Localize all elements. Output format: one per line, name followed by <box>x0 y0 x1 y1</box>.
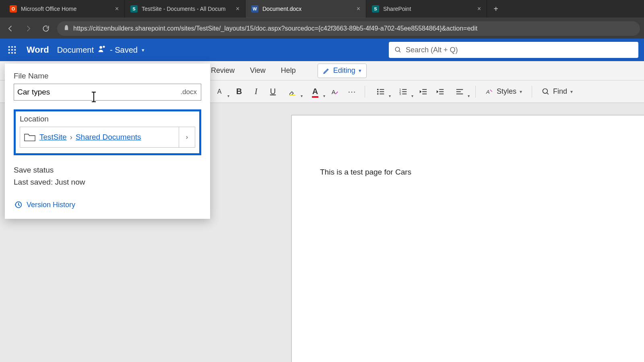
reload-button[interactable] <box>39 22 52 35</box>
svg-rect-12 <box>289 95 295 96</box>
saved-state: - Saved <box>110 45 138 55</box>
url-text: https://citizenbuilders.sharepoint.com/s… <box>73 25 477 32</box>
clear-formatting-button[interactable]: A <box>328 84 342 99</box>
svg-rect-3 <box>8 49 10 51</box>
save-status-label: Save status <box>14 166 201 175</box>
svg-rect-32 <box>456 89 463 90</box>
browser-tab-testsite[interactable]: S TestSite - Documents - All Docum × <box>125 0 246 18</box>
svg-rect-23 <box>402 91 407 92</box>
toolbar-divider <box>475 86 476 98</box>
tab-title: Document.docx <box>262 6 353 12</box>
breadcrumb-site-link[interactable]: TestSite <box>39 133 67 142</box>
browser-tabs-bar: O Microsoft Office Home × S TestSite - D… <box>0 0 644 18</box>
search-box[interactable]: Search (Alt + Q) <box>389 42 638 58</box>
styles-label: Styles <box>497 87 516 96</box>
svg-rect-28 <box>422 93 427 94</box>
svg-text:A: A <box>332 88 336 95</box>
svg-rect-15 <box>380 89 384 90</box>
svg-rect-33 <box>456 91 461 92</box>
arrow-left-icon <box>6 25 14 33</box>
filename-input[interactable] <box>14 84 176 100</box>
svg-rect-6 <box>8 52 10 54</box>
browser-tab-office[interactable]: O Microsoft Office Home × <box>4 0 125 18</box>
styles-icon: A <box>485 88 493 96</box>
location-row[interactable]: TestSite › Shared Documents › <box>20 127 195 148</box>
svg-point-9 <box>99 46 102 49</box>
chevron-down-icon: ▾ <box>142 47 144 53</box>
browser-tab-sharepoint[interactable]: S SharePoint × <box>366 0 487 18</box>
svg-rect-30 <box>439 91 444 92</box>
indent-icon <box>436 87 444 96</box>
bold-button[interactable]: B <box>232 84 246 99</box>
numbered-list-button[interactable]: 123 ▾ <box>393 84 413 99</box>
italic-button[interactable]: I <box>249 84 263 99</box>
chevron-down-icon: ▾ <box>411 94 413 98</box>
version-history-link[interactable]: Version History <box>14 200 201 209</box>
tab-title: TestSite - Documents - All Docum <box>142 6 232 12</box>
chevron-down-icon: ▾ <box>389 94 391 98</box>
chevron-down-icon: ▾ <box>468 94 470 98</box>
app-name[interactable]: Word <box>27 45 49 55</box>
svg-rect-5 <box>14 49 16 51</box>
highlight-color-button[interactable]: ▾ <box>283 84 303 99</box>
increase-indent-button[interactable] <box>433 84 447 99</box>
browser-tab-document[interactable]: W Document.docx × <box>246 0 366 18</box>
search-icon <box>542 88 550 96</box>
svg-point-10 <box>103 45 105 47</box>
version-history-label: Version History <box>27 201 75 209</box>
back-button[interactable] <box>4 22 17 35</box>
close-tab-icon[interactable]: × <box>357 5 360 12</box>
font-color-button[interactable]: A ▾ <box>305 84 325 99</box>
location-block-highlighted: Location TestSite › Shared Documents › <box>14 109 201 155</box>
tab-title: SharePoint <box>383 6 473 12</box>
tab-review[interactable]: Review <box>209 66 236 76</box>
bullet-list-icon <box>376 87 385 96</box>
document-canvas[interactable]: This is a test page for Cars <box>291 115 644 362</box>
history-icon <box>14 200 23 209</box>
app-launcher-button[interactable] <box>6 43 19 56</box>
font-size-control[interactable]: A▾ <box>209 84 229 99</box>
svg-text:3: 3 <box>399 92 401 96</box>
close-tab-icon[interactable]: × <box>477 5 481 12</box>
favicon-sharepoint-icon: S <box>372 5 379 12</box>
location-expand-button[interactable]: › <box>179 127 195 147</box>
document-title-dropdown[interactable]: Document - Saved ▾ <box>57 45 144 55</box>
editing-mode-button[interactable]: Editing ▾ <box>318 64 367 78</box>
address-field[interactable]: https://citizenbuilders.sharepoint.com/s… <box>57 21 640 36</box>
new-tab-button[interactable]: + <box>487 0 505 18</box>
favicon-office-icon: O <box>10 5 17 12</box>
svg-rect-19 <box>380 93 384 94</box>
find-button[interactable]: Find ▾ <box>538 84 577 99</box>
bullet-list-button[interactable]: ▾ <box>371 84 391 99</box>
close-tab-icon[interactable]: × <box>115 5 119 12</box>
svg-point-16 <box>377 91 379 93</box>
breadcrumb-separator-icon: › <box>70 133 72 142</box>
shared-icon <box>98 45 106 55</box>
highlighter-icon <box>288 87 297 96</box>
svg-rect-7 <box>11 52 13 54</box>
more-formatting-button[interactable]: ⋯ <box>345 84 359 99</box>
browser-address-bar: https://citizenbuilders.sharepoint.com/s… <box>0 18 644 39</box>
align-left-icon <box>455 87 464 96</box>
filename-label: File Name <box>14 72 201 80</box>
close-tab-icon[interactable]: × <box>236 5 239 12</box>
outdent-icon <box>419 87 427 96</box>
underline-button[interactable]: U <box>266 84 280 99</box>
styles-button[interactable]: A Styles ▾ <box>481 84 526 99</box>
svg-rect-8 <box>14 52 16 54</box>
svg-rect-31 <box>439 93 444 94</box>
decrease-indent-button[interactable] <box>416 84 430 99</box>
toolbar-divider <box>365 86 365 98</box>
svg-rect-2 <box>14 46 16 48</box>
favicon-sharepoint-icon: S <box>130 5 138 12</box>
favicon-word-icon: W <box>251 5 258 12</box>
svg-point-18 <box>377 93 379 95</box>
svg-rect-1 <box>11 46 13 48</box>
chevron-right-icon: › <box>186 134 188 141</box>
tab-help[interactable]: Help <box>279 66 297 76</box>
tab-view[interactable]: View <box>248 66 267 76</box>
filename-row: .docx <box>14 84 201 101</box>
forward-button[interactable] <box>22 22 35 35</box>
align-button[interactable]: ▾ <box>450 84 470 99</box>
breadcrumb-folder-link[interactable]: Shared Documents <box>76 133 141 142</box>
